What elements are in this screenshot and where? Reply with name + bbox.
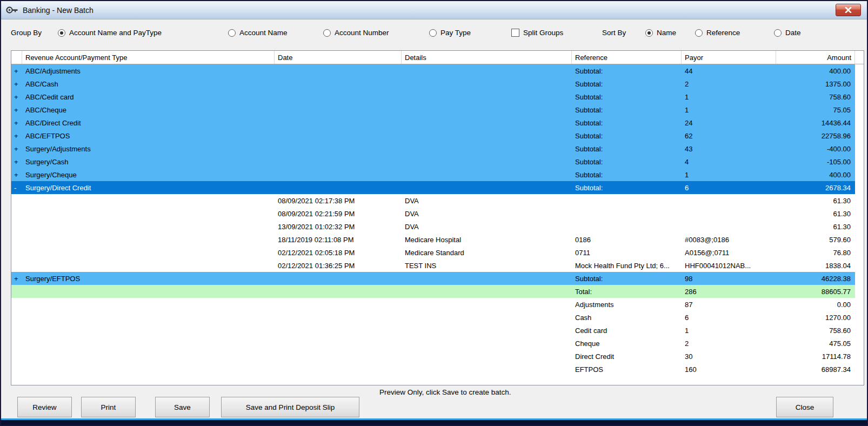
group-by-label: Group By: [11, 29, 42, 37]
cell-account: ABC/Cash: [22, 80, 275, 88]
radio-sort-name[interactable]: Name: [645, 29, 676, 37]
cell-account: Surgery/EFTPOS: [22, 275, 275, 283]
cell-reference: Subtotal:: [572, 80, 682, 88]
cell-gutter: [855, 337, 864, 350]
cell-amount: 1838.04: [776, 262, 855, 270]
cell-payor: 4: [682, 158, 776, 166]
cell-gutter: [855, 77, 864, 90]
review-button[interactable]: Review: [17, 397, 72, 417]
titlebar-close-button[interactable]: [836, 4, 861, 16]
expand-toggle[interactable]: +: [11, 171, 22, 179]
radio-sort-date[interactable]: Date: [774, 29, 801, 37]
cell-details: DVA: [402, 210, 572, 218]
expand-toggle[interactable]: +: [11, 80, 22, 88]
table-row[interactable]: Cedit card1758.60: [11, 324, 864, 337]
print-button[interactable]: Print: [81, 397, 136, 417]
cell-amount: 68987.34: [776, 365, 855, 374]
cell-amount: 1375.00: [776, 80, 855, 88]
expand-toggle[interactable]: +: [11, 106, 22, 114]
radio-label: Account Name: [239, 29, 288, 37]
expand-toggle[interactable]: +: [11, 158, 22, 166]
table-row[interactable]: 08/09/2021 02:21:59 PMDVA61.30: [11, 207, 864, 220]
expand-toggle[interactable]: +: [11, 145, 22, 153]
radio-label: Reference: [706, 29, 740, 37]
table-row[interactable]: 02/12/2021 02:05:18 PMMedicare Standard0…: [11, 246, 864, 259]
cell-amount: 758.60: [776, 93, 855, 101]
table-row[interactable]: Direct Credit3017114.78: [11, 350, 864, 363]
cell-details: TEST INS: [402, 262, 572, 270]
cell-account: ABC/Adjustments: [22, 67, 275, 75]
table-row[interactable]: EFTPOS16068987.34: [11, 363, 864, 376]
expand-toggle[interactable]: +: [11, 275, 22, 283]
expand-toggle[interactable]: +: [11, 93, 22, 101]
cell-payor: A0156@;0711: [682, 249, 776, 257]
header-gutter: [855, 51, 864, 64]
cell-payor: 44: [682, 67, 776, 75]
radio-icon: [323, 29, 331, 37]
window-bottom-border: [1, 418, 867, 425]
save-and-print-deposit-slip-button[interactable]: Save and Print Deposit Slip: [221, 397, 359, 417]
table-row[interactable]: +ABC/EFTPOSSubtotal:6222758.96: [11, 129, 864, 142]
expand-toggle[interactable]: +: [11, 119, 22, 127]
cell-amount: 61.30: [776, 197, 855, 205]
cell-payor: 62: [682, 132, 776, 140]
cell-gutter: [855, 246, 864, 259]
cell-details: DVA: [402, 223, 572, 231]
close-icon: [845, 5, 852, 15]
cell-amount: 61.30: [776, 210, 855, 218]
table-row[interactable]: 18/11/2019 02:11:08 PMMedicare Hospital0…: [11, 233, 864, 246]
expand-toggle[interactable]: +: [11, 67, 22, 75]
cell-gutter: [855, 103, 864, 116]
cell-payor: 286: [682, 288, 776, 296]
cell-payor: 6: [682, 184, 776, 192]
cell-amount: 475.05: [776, 340, 855, 348]
close-button[interactable]: Close: [776, 397, 833, 417]
cell-reference: Cash: [572, 314, 682, 322]
table-row[interactable]: +ABC/Cedit cardSubtotal:1758.60: [11, 90, 864, 103]
table-row[interactable]: 08/09/2021 02:17:38 PMDVA61.30: [11, 194, 864, 207]
radio-sort-reference[interactable]: Reference: [695, 29, 740, 37]
cell-amount: -400.00: [776, 145, 855, 153]
table-row[interactable]: +ABC/CashSubtotal:21375.00: [11, 77, 864, 90]
radio-account-number[interactable]: Account Number: [323, 29, 389, 37]
cell-date: 18/11/2019 02:11:08 PM: [275, 236, 402, 244]
radio-account-name[interactable]: Account Name: [228, 29, 288, 37]
cell-date: 08/09/2021 02:21:59 PM: [275, 210, 402, 218]
cell-gutter: [855, 90, 864, 103]
radio-icon: [228, 29, 236, 37]
table-row[interactable]: 02/12/2021 01:36:25 PMTEST INSMock Healt…: [11, 259, 864, 272]
table-row[interactable]: -Surgery/Direct CreditSubtotal:62678.34: [11, 181, 864, 194]
radio-icon: [58, 29, 65, 37]
cell-gutter: [855, 181, 864, 194]
table-row[interactable]: +Surgery/EFTPOSSubtotal:9846228.38: [11, 272, 864, 285]
radio-pay-type[interactable]: Pay Type: [429, 29, 471, 37]
cell-reference: Subtotal:: [572, 171, 682, 179]
split-groups-checkbox[interactable]: Split Groups: [511, 29, 563, 37]
grid-body: +ABC/AdjustmentsSubtotal:44400.00+ABC/Ca…: [11, 64, 864, 376]
table-row[interactable]: +ABC/Direct CreditSubtotal:2414436.44: [11, 116, 864, 129]
table-row[interactable]: +Surgery/ChequeSubtotal:1400.00: [11, 168, 864, 181]
radio-account-name-and-paytype[interactable]: Account Name and PayType: [58, 29, 162, 37]
table-row[interactable]: +ABC/ChequeSubtotal:175.05: [11, 103, 864, 116]
table-row[interactable]: +Surgery/AdjustmentsSubtotal:43-400.00: [11, 142, 864, 155]
cell-reference: Adjustments: [572, 301, 682, 309]
cell-reference: Cedit card: [572, 327, 682, 335]
header-expand: [11, 51, 22, 64]
cell-amount: 88605.77: [776, 288, 855, 296]
expand-toggle[interactable]: -: [11, 184, 22, 192]
save-button[interactable]: Save: [155, 397, 210, 417]
cell-reference: Direct Credit: [572, 352, 682, 361]
table-row[interactable]: Cash61270.00: [11, 311, 864, 324]
table-row[interactable]: Total:28688605.77: [11, 285, 864, 298]
table-row[interactable]: +ABC/AdjustmentsSubtotal:44400.00: [11, 64, 864, 77]
table-row[interactable]: Adjustments870.00: [11, 298, 864, 311]
table-row[interactable]: +Surgery/CashSubtotal:4-105.00: [11, 155, 864, 168]
expand-toggle[interactable]: +: [11, 132, 22, 140]
cell-details: DVA: [402, 197, 572, 205]
cell-account: ABC/Cheque: [22, 106, 275, 114]
cell-gutter: [855, 285, 864, 298]
table-row[interactable]: Cheque2475.05: [11, 337, 864, 350]
header-reference: Reference: [572, 51, 682, 64]
cell-gutter: [855, 116, 864, 129]
table-row[interactable]: 13/09/2021 01:02:32 PMDVA61.30: [11, 220, 864, 233]
